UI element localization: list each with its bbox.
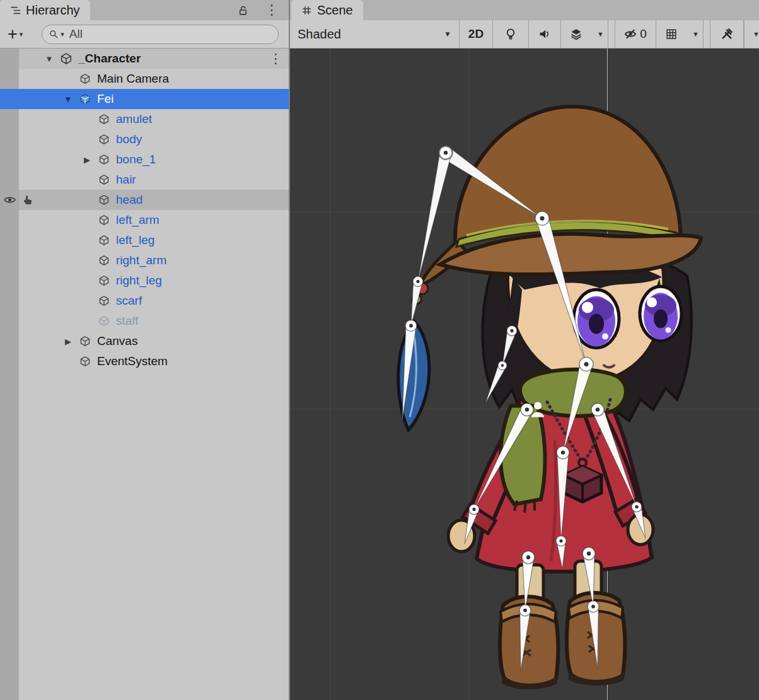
hierarchy-item-eventsystem[interactable]: EventSystem — [0, 351, 289, 371]
gameobject-cube-icon — [96, 275, 112, 286]
left-eye — [574, 289, 619, 347]
hidden-count-label: 0 — [640, 27, 647, 41]
search-icon — [49, 29, 59, 39]
tool-settings-button[interactable] — [710, 20, 744, 48]
2d-toggle-button[interactable]: 2D — [460, 20, 493, 48]
hierarchy-item-left-arm[interactable]: left_arm — [0, 210, 289, 230]
hierarchy-item-amulet[interactable]: amulet — [0, 109, 289, 129]
chevron-down-icon: ▼ — [597, 30, 604, 38]
hierarchy-panel: Hierarchy ⋮ + ▾ ▾ ▼ — [0, 0, 289, 700]
scene-grid-icon — [301, 5, 312, 16]
tab-scene-label: Scene — [317, 3, 353, 18]
hierarchy-item-main-camera[interactable]: Main Camera — [0, 69, 289, 89]
gameobject-cube-icon — [96, 194, 112, 206]
hierarchy-toolbar: + ▾ ▾ — [0, 20, 289, 49]
gameobject-cube-icon — [77, 356, 93, 367]
hierarchy-tree[interactable]: ▼ _Character ⋮ Main Camera ▼ — [0, 49, 289, 700]
audio-toggle-button[interactable] — [529, 20, 561, 48]
audio-speaker-icon — [538, 28, 551, 40]
eye-off-icon — [624, 28, 637, 40]
unity-logo-icon — [58, 52, 74, 65]
hierarchy-item-hair[interactable]: hair — [0, 170, 289, 190]
create-object-button[interactable]: + ▾ — [5, 26, 25, 43]
hierarchy-item-right-leg[interactable]: right_leg — [0, 271, 289, 291]
chevron-down-icon: ▼ — [444, 30, 451, 38]
gameobject-cube-icon — [96, 154, 112, 165]
hierarchy-tab-bar: Hierarchy ⋮ — [0, 0, 289, 20]
tab-scene[interactable]: Scene — [291, 0, 363, 20]
visibility-eye-icon[interactable] — [4, 195, 16, 204]
hierarchy-item-scarf[interactable]: scarf — [0, 291, 289, 311]
hierarchy-item-right-arm[interactable]: right_arm — [0, 250, 289, 271]
chevron-down-icon: ▾ — [20, 30, 23, 38]
expand-triangle-icon[interactable]: ▶ — [59, 337, 77, 346]
prefab-cube-icon — [77, 93, 93, 105]
search-filter-caret-icon[interactable]: ▾ — [61, 30, 64, 38]
hierarchy-item-canvas[interactable]: ▶ Canvas — [0, 331, 289, 351]
expand-triangle-icon[interactable]: ▼ — [40, 54, 58, 64]
panel-menu-icon[interactable]: ⋮ — [265, 3, 279, 17]
hierarchy-item-body[interactable]: body — [0, 129, 289, 149]
hierarchy-item-head[interactable]: head — [0, 190, 289, 210]
effects-dropdown-button[interactable]: ▼ — [591, 20, 608, 48]
scene-viewport[interactable] — [290, 49, 759, 700]
hierarchy-item-fei[interactable]: ▼ Fei — [0, 89, 289, 109]
effects-toggle-button[interactable] — [561, 20, 591, 48]
character-sprite-fei — [290, 49, 759, 700]
hierarchy-search-box[interactable]: ▾ — [42, 25, 279, 44]
hierarchy-item-bone-1[interactable]: ▶ bone_1 — [0, 149, 289, 170]
tab-hierarchy-label: Hierarchy — [26, 3, 80, 18]
chevron-down-icon: ▼ — [753, 30, 759, 38]
scene-toolbar: Shaded ▼ 2D ▼ 0 — [290, 20, 759, 49]
tab-hierarchy[interactable]: Hierarchy — [0, 0, 90, 20]
hierarchy-item-left-leg[interactable]: left_leg — [0, 230, 289, 250]
chevron-down-icon: ▼ — [692, 30, 699, 38]
right-eye — [640, 286, 681, 341]
gameobject-cube-icon — [96, 295, 112, 306]
gameobject-cube-icon — [96, 235, 112, 246]
search-input[interactable] — [68, 26, 272, 42]
scene-name-label: _Character — [78, 52, 141, 66]
hierarchy-list-icon — [10, 5, 21, 16]
unity-editor: Hierarchy ⋮ + ▾ ▾ ▼ — [0, 0, 759, 700]
gameobject-cube-icon — [96, 174, 112, 185]
gameobject-cube-icon — [96, 255, 112, 266]
gameobject-cube-icon — [77, 335, 93, 347]
tools-wrench-icon — [721, 28, 733, 40]
effects-layers-icon — [570, 28, 582, 40]
lighting-toggle-button[interactable] — [493, 20, 529, 48]
scene-options-icon[interactable]: ⋮ — [269, 51, 282, 66]
hierarchy-item-character-scene[interactable]: ▼ _Character ⋮ — [0, 49, 289, 69]
draw-mode-dropdown[interactable]: Shaded ▼ — [290, 20, 460, 48]
grid-dropdown-button[interactable]: ▼ — [687, 20, 704, 48]
gameobject-cube-icon — [96, 315, 112, 327]
gameobject-cube-icon — [96, 214, 112, 226]
light-bulb-icon — [504, 28, 517, 40]
wizard-hat — [420, 107, 701, 286]
unlocked-padlock-icon[interactable] — [238, 5, 248, 16]
gameobject-cube-icon — [77, 73, 93, 85]
scene-visibility-button[interactable]: 0 — [615, 20, 656, 48]
grid-snap-icon — [665, 28, 678, 40]
expand-triangle-icon[interactable]: ▼ — [59, 95, 77, 104]
plus-icon: + — [8, 26, 18, 43]
scene-tab-bar: Scene — [290, 0, 759, 20]
scene-panel: Scene Shaded ▼ 2D ▼ — [289, 0, 759, 700]
gameobject-cube-icon — [96, 114, 112, 125]
expand-triangle-icon[interactable]: ▶ — [78, 155, 96, 165]
hierarchy-item-staff[interactable]: staff — [0, 311, 289, 331]
pickability-hand-icon[interactable] — [23, 195, 33, 206]
grid-visibility-button[interactable] — [656, 20, 687, 48]
overflow-dropdown-button[interactable]: ▼ — [744, 20, 759, 48]
gameobject-cube-icon — [96, 134, 112, 145]
